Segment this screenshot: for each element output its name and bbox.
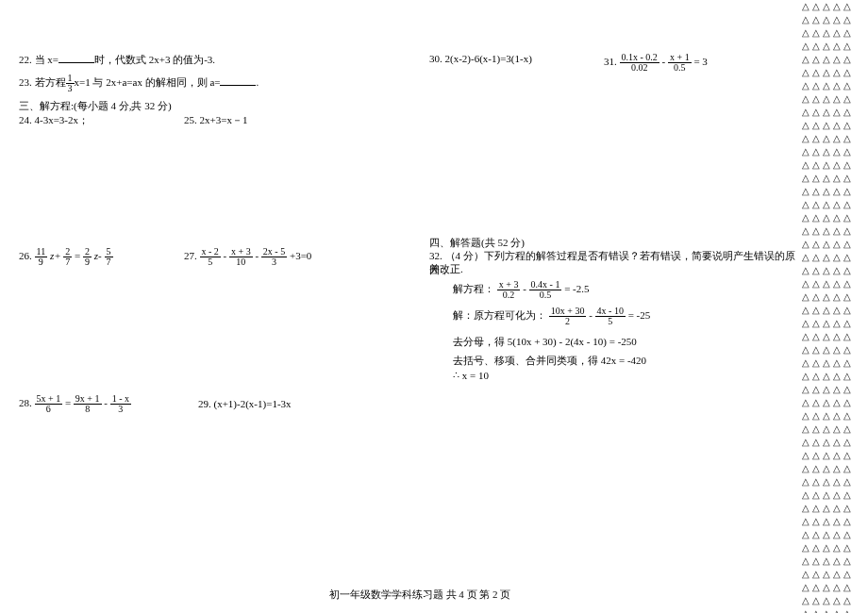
q30: 30. 2(x-2)-6(x-1)=3(1-x) xyxy=(429,53,532,64)
q27: 27. x - 25 - x + 310 - 2x - 53 +3=0 xyxy=(184,247,311,267)
q31-no: 31. xyxy=(604,56,617,67)
q23-mid: x=1 与 2x+a=ax 的解相同，则 a= xyxy=(75,76,221,88)
q28: 28. 5x + 16 = 9x + 18 - 1 - x3 xyxy=(19,394,131,414)
q31-f1: 0.1x - 0.20.02 xyxy=(620,53,659,73)
q32-l1-f2: 0.4x - 10.5 xyxy=(529,280,562,300)
section3-header: 三、解方程:(每小题 4 分,共 32 分) xyxy=(19,99,172,113)
q31-f2: x + 10.5 xyxy=(668,53,692,73)
q22: 22. 当 x=时，代数式 2x+3 的值为-3. xyxy=(19,53,215,67)
side-triangle-marks: △△△△△△△△△△△△△△△△△△△△△△△△△△△△△△△△△△△△△△△△… xyxy=(802,0,868,613)
q32-line1: 解方程： x + 30.2 - 0.4x - 10.5 = -2.5 xyxy=(453,280,590,300)
q22-prefix: 22. 当 x= xyxy=(19,54,58,65)
q32-l2-f2: 4x - 105 xyxy=(595,306,626,326)
q27-no: 27. xyxy=(184,250,197,261)
q27-m2: - xyxy=(255,250,259,261)
q32-line2: 解：原方程可化为： 10x + 302 - 4x - 105 = -25 xyxy=(453,306,650,326)
q25: 25. 2x+3=x－1 xyxy=(184,113,247,127)
q23: 23. 若方程13x=1 与 2x+a=ax 的解相同，则 a=. xyxy=(19,74,259,93)
q27-m1: - xyxy=(224,250,227,261)
q32-header2: 并改正. xyxy=(429,262,463,276)
q26-z: z+ xyxy=(50,250,61,261)
q32-l1-pre: 解方程： xyxy=(453,283,494,294)
q29: 29. (x+1)-2(x-1)=1-3x xyxy=(198,398,292,409)
q32-line5: ∴ x = 10 xyxy=(453,370,489,382)
q23-frac: 13 xyxy=(66,74,75,93)
q28-f2: 9x + 18 xyxy=(74,394,102,414)
q26-f4: 57 xyxy=(105,247,113,267)
section4-header: 四、解答题(共 52 分) xyxy=(429,236,525,250)
q22-blank xyxy=(58,53,94,63)
q32-line4: 去括号、移项、合并同类项，得 42x = -420 xyxy=(453,354,646,368)
q22-suffix: 时，代数式 2x+3 的值为-3. xyxy=(94,54,215,65)
q28-f3: 1 - x3 xyxy=(110,394,131,414)
q26: 26. 119 z+ 27 = 29 z- 57 xyxy=(19,247,113,267)
q26-eq: = xyxy=(75,250,80,261)
q31: 31. 0.1x - 0.20.02 - x + 10.5 = 3 xyxy=(604,53,708,73)
q32-header: 32. （4 分）下列方程的解答过程是否有错误？若有错误，简要说明产生错误的原因… xyxy=(429,249,802,277)
q26-f1: 119 xyxy=(35,247,48,267)
q23-prefix: 23. 若方程 xyxy=(19,76,66,88)
q32-line3: 去分母，得 5(10x + 30) - 2(4x - 10) = -250 xyxy=(453,335,637,349)
q23-blank xyxy=(220,75,256,86)
q26-f3: 29 xyxy=(83,247,92,267)
q28-f1: 5x + 16 xyxy=(35,394,63,414)
q27-f3: 2x - 53 xyxy=(261,247,287,267)
q27-f1: x - 25 xyxy=(200,247,221,267)
q23-end: . xyxy=(256,76,259,88)
q24: 24. 4-3x=3-2x； xyxy=(19,113,89,127)
page-footer: 初一年级数学学科练习题 共 4 页 第 2 页 xyxy=(19,588,821,602)
q27-end: +3=0 xyxy=(290,250,311,261)
q32-l2-end: = -25 xyxy=(628,309,651,321)
q28-eq: = xyxy=(65,397,71,408)
q26-z2: z- xyxy=(94,250,102,261)
q28-no: 28. xyxy=(19,397,32,408)
q32-l1-end: = -2.5 xyxy=(564,283,589,294)
q32-l1-f1: x + 30.2 xyxy=(497,280,521,300)
q27-f2: x + 310 xyxy=(229,247,253,267)
q32-l2-pre: 解：原方程可化为： xyxy=(453,309,546,321)
q26-f2: 27 xyxy=(63,247,72,267)
q31-m: - xyxy=(662,56,666,67)
q26-no: 26. xyxy=(19,250,32,261)
q32-l2-f1: 10x + 302 xyxy=(549,306,587,326)
q31-end: = 3 xyxy=(693,56,707,67)
q28-m: - xyxy=(104,397,108,408)
